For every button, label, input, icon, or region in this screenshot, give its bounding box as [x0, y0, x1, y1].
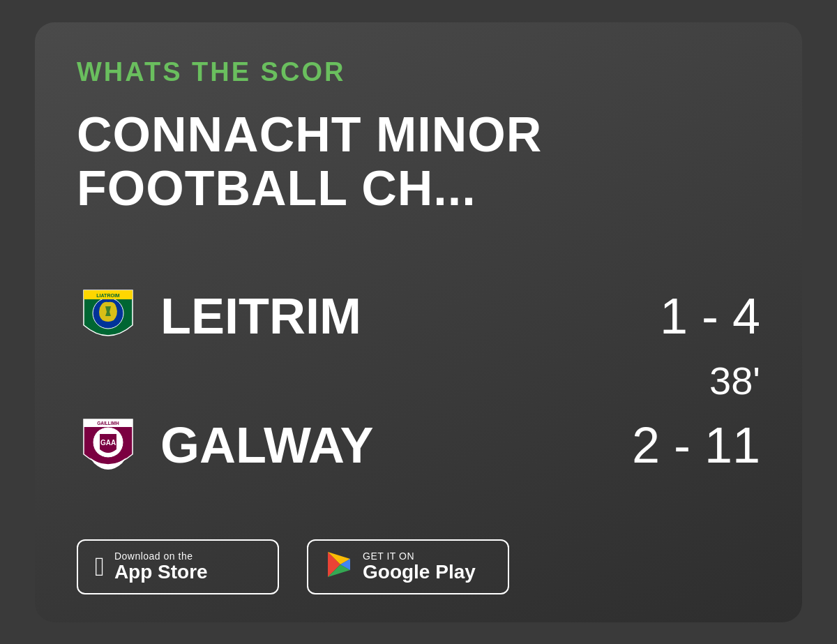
team-name-galway: GALWAY: [160, 417, 565, 474]
galway-crest: GAA GAILLIMH: [77, 414, 140, 477]
team-score-leitrim: 1 - 4: [565, 287, 760, 345]
team-row-leitrim: LIATROIM LEITRIM 1 - 4: [77, 278, 760, 354]
apple-icon: : [95, 553, 105, 580]
google-play-text: GET IT ON Google Play: [363, 551, 476, 583]
apple-store-main: App Store: [114, 562, 208, 583]
match-time: 38': [565, 354, 760, 407]
store-buttons:  Download on the App Store GET IT ON: [77, 539, 760, 594]
app-title: WHATS THE SCOR: [77, 57, 760, 87]
score-card: WHATS THE SCOR CONNACHT MINOR FOOTBALL C…: [35, 22, 802, 622]
google-play-button[interactable]: GET IT ON Google Play: [307, 539, 509, 594]
svg-text:GAILLIMH: GAILLIMH: [97, 421, 119, 426]
team-score-galway: 2 - 11: [565, 417, 760, 474]
team-row-galway: GAA GAILLIMH GALWAY 2 - 11: [77, 407, 760, 484]
google-play-sub: GET IT ON: [363, 551, 476, 562]
apple-store-button[interactable]:  Download on the App Store: [77, 539, 279, 594]
leitrim-crest: LIATROIM: [77, 285, 140, 347]
svg-text:LIATROIM: LIATROIM: [96, 293, 119, 298]
svg-text:GAA: GAA: [100, 439, 116, 447]
apple-store-text: Download on the App Store: [114, 551, 208, 583]
team-name-leitrim: LEITRIM: [160, 287, 565, 345]
teams-section: LIATROIM LEITRIM 1 - 4 38': [77, 244, 760, 518]
competition-title: CONNACHT MINOR FOOTBALL CH...: [77, 108, 760, 216]
google-play-icon: [325, 551, 353, 583]
google-play-main: Google Play: [363, 562, 476, 583]
apple-store-sub: Download on the: [114, 551, 208, 562]
